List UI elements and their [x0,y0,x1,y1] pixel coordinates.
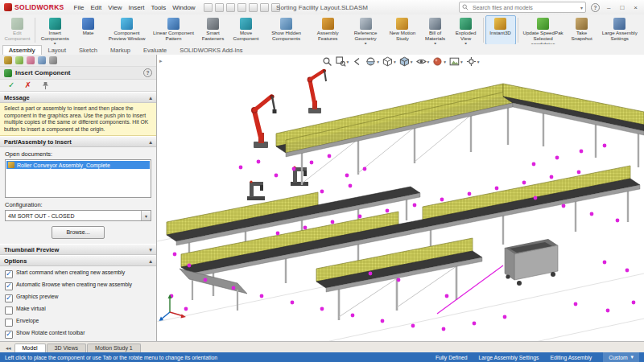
ribbon-button-update-speedpak[interactable]: Update SpeedPak Selected candidates [520,15,567,45]
options-section-header[interactable]: Options ▴ [0,255,156,266]
open-documents-list[interactable]: Roller Conveyor Assembly_Complete [5,159,151,198]
apply-scene-icon[interactable]: ▾ [449,56,463,67]
pm-help-icon[interactable]: ? [143,68,152,77]
keep-visible-pin-icon[interactable] [41,81,50,90]
menu-view[interactable]: View [105,4,125,11]
search-box[interactable]: ▾ [459,2,586,13]
collapse-chevron-icon[interactable]: ▾ [149,246,152,253]
undo-icon[interactable] [249,3,258,12]
ribbon-button-bill-of-materials[interactable]: Bill of Materials ▾ [420,15,451,45]
graphics-area[interactable]: ▸ ▾ ▾ ▾ ▾ [157,55,644,342]
menu-insert[interactable]: Insert [125,4,147,11]
ribbon-button-edit-component[interactable]: Edit Component [2,15,33,45]
collapse-chevron-icon[interactable]: ▴ [149,257,152,265]
minimize-button[interactable]: – [605,4,613,11]
tab-motion-study-1[interactable]: Motion Study 1 [87,343,141,352]
cancel-button[interactable]: ✗ [24,81,31,89]
ribbon-button-insert-components[interactable]: Insert Components ▾ [37,15,73,45]
maximize-button[interactable]: □ [617,4,626,11]
feature-manager-tab-icon[interactable] [4,56,12,64]
option-row[interactable]: Show Rotate context toolbar [0,328,156,340]
ribbon-button-move-component[interactable]: Move Component [229,15,262,45]
ribbon-button-assembly-features[interactable]: Assembly Features [310,15,346,45]
search-scope-dropdown-icon[interactable]: ▾ [580,5,583,10]
ribbon-button-exploded-view[interactable]: Exploded View ▾ [451,15,481,45]
ribbon-button-show-hidden-components[interactable]: Show Hidden Components [263,15,310,45]
save-icon[interactable] [226,3,235,12]
open-icon[interactable] [215,3,224,12]
configuration-dropdown[interactable]: 4M SORT OUT - CLOSED ▾ [5,210,151,221]
assembly-3d-viewport[interactable] [157,55,644,342]
browse-button[interactable]: Browse... [52,226,105,239]
tub-cart[interactable] [505,239,558,286]
robot-arm[interactable] [251,94,277,148]
help-icon[interactable]: ? [591,3,600,12]
checkbox-start-command[interactable] [5,270,13,278]
tab-evaluate[interactable]: Evaluate [137,45,173,55]
zoom-to-fit-icon[interactable] [321,56,332,67]
property-manager-tab-icon[interactable] [15,56,23,64]
tab-layout[interactable]: Layout [42,45,73,55]
tab-markup[interactable]: Markup [104,45,137,55]
collapse-chevron-icon[interactable]: ▴ [149,138,152,146]
option-row[interactable]: Graphics preview [0,292,156,304]
tab-scroll-icons[interactable]: ◂◂ [2,345,14,352]
message-section-header[interactable]: Message ▴ [0,92,156,103]
units-dropdown[interactable]: Custom ▾ [603,352,639,362]
tab-solidworks-add-ins[interactable]: SOLIDWORKS Add-Ins [173,45,249,55]
ribbon-button-mate[interactable]: Mate [73,15,104,45]
thumbnail-preview-section-header[interactable]: Thumbnail Preview ▾ [0,244,156,255]
option-row[interactable]: Make virtual [0,304,156,316]
close-button[interactable]: × [631,4,640,11]
configuration-manager-tab-icon[interactable] [27,56,35,64]
rebuild-icon[interactable] [260,3,269,12]
display-style-icon[interactable]: ▾ [399,56,413,67]
tab-assembly[interactable]: Assembly [2,45,42,55]
robot-arm[interactable] [308,69,326,113]
tab-sketch[interactable]: Sketch [72,45,104,55]
collapse-chevron-icon[interactable]: ▴ [149,94,152,101]
view-orientation-icon[interactable]: ▾ [382,56,396,67]
edit-appearance-icon[interactable]: ▾ [432,56,446,67]
ribbon-button-instant3d[interactable]: Instant3D [485,15,516,45]
menu-file[interactable]: File [71,4,88,11]
option-row[interactable]: Automatic Browse when creating new assem… [0,280,156,292]
ribbon-button-component-preview-window[interactable]: Component Preview Window [104,15,151,45]
checkbox-graphics-preview[interactable] [5,294,13,302]
checkbox-automatic-browse[interactable] [5,282,13,290]
ribbon-button-large-assembly-settings[interactable]: Large Assembly Settings [597,15,642,45]
menu-edit[interactable]: Edit [87,4,105,11]
menu-tools[interactable]: Tools [147,4,169,11]
feature-tree-flyout-icon[interactable]: ▸ [159,58,163,64]
document-list-item[interactable]: Roller Conveyor Assembly_Complete [6,161,150,169]
ribbon-button-take-snapshot[interactable]: Take Snapshot [567,15,597,45]
ribbon-button-smart-fasteners[interactable]: Smart Fasteners [197,15,229,45]
ok-button[interactable]: ✓ [8,81,14,89]
section-view-icon[interactable]: ▾ [365,56,379,67]
option-row[interactable]: Start command when creating new assembly [0,268,156,280]
part-assembly-section-header[interactable]: Part/Assembly to Insert ▴ [0,136,156,147]
checkbox-envelope[interactable] [5,319,13,327]
ribbon-button-reference-geometry[interactable]: Reference Geometry ▾ [346,15,386,45]
ribbon-button-linear-component-pattern[interactable]: Linear Component Pattern [151,15,197,45]
hide-show-items-icon[interactable]: ▾ [416,56,430,67]
tab-3d-views[interactable]: 3D Views [47,343,86,352]
search-input[interactable] [471,4,578,11]
option-row[interactable]: Envelope [0,316,156,328]
menu-window[interactable]: Window [169,4,198,11]
combo-arrow-icon[interactable]: ▾ [141,211,151,220]
view-settings-icon[interactable]: ▾ [466,56,480,67]
new-document-icon[interactable] [204,3,213,12]
checkbox-show-rotate-toolbar[interactable] [5,331,13,339]
checkbox-make-virtual[interactable] [5,306,13,315]
display-manager-tab-icon[interactable] [49,56,57,64]
zoom-to-area-icon[interactable]: ▾ [335,56,349,67]
previous-view-icon[interactable] [352,56,362,67]
tab-model[interactable]: Model [14,343,46,352]
inspection-machine[interactable] [247,180,265,200]
conveyor-top-right[interactable] [503,84,644,167]
print-icon[interactable] [237,3,246,12]
dimxpert-manager-tab-icon[interactable] [38,56,46,64]
mate-reference-points[interactable] [170,144,636,331]
ribbon-button-new-motion-study[interactable]: New Motion Study [385,15,419,45]
